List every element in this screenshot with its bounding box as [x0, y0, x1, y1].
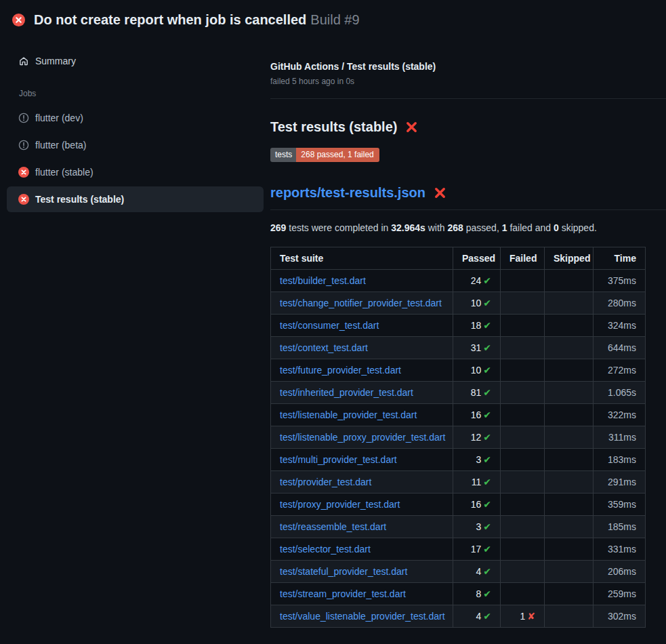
- failure-circle-icon: [12, 14, 25, 26]
- jobs-section-label: Jobs: [19, 89, 270, 98]
- skipped-count: [545, 605, 594, 628]
- check-icon: ✔: [483, 499, 491, 510]
- test-suite-link[interactable]: test/builder_test.dart: [280, 275, 366, 286]
- check-icon: ✔: [483, 432, 491, 443]
- passed-count: 12: [471, 432, 482, 443]
- check-icon: ✔: [483, 544, 491, 555]
- section-heading: Test results (stable): [270, 117, 666, 137]
- skipped-count: [545, 494, 594, 516]
- test-suite-link[interactable]: test/context_test.dart: [280, 342, 368, 353]
- passed-count: 4: [476, 566, 481, 577]
- time-value: 302ms: [594, 605, 646, 628]
- summary-passed: 268: [448, 222, 463, 233]
- passed-count: 31: [471, 342, 482, 353]
- test-suite-link[interactable]: test/stream_provider_test.dart: [280, 588, 406, 599]
- passed-count: 11: [472, 477, 482, 487]
- check-icon: ✔: [483, 298, 491, 308]
- home-icon: [18, 56, 29, 66]
- passed-count: 81: [471, 387, 482, 398]
- skipped-count: [545, 292, 594, 315]
- job-label: flutter (stable): [35, 167, 93, 178]
- report-failed-x-icon: [434, 186, 446, 199]
- test-suite-link[interactable]: test/inherited_provider_test.dart: [280, 387, 413, 398]
- time-value: 324ms: [594, 315, 646, 337]
- col-passed: Passed: [453, 247, 501, 270]
- time-value: 206ms: [594, 561, 646, 583]
- table-row: test/change_notifier_provider_test.dart …: [271, 292, 646, 315]
- test-results-table: Test suite Passed Failed Skipped Time te…: [270, 247, 646, 628]
- sidebar-job-item[interactable]: flutter (stable): [7, 159, 264, 185]
- table-row: test/future_provider_test.dart 10✔ 272ms: [271, 359, 646, 382]
- tests-status-badge[interactable]: tests 268 passed, 1 failed: [270, 148, 379, 162]
- test-suite-link[interactable]: test/value_listenable_provider_test.dart: [280, 611, 445, 622]
- test-suite-link[interactable]: test/multi_provider_test.dart: [280, 454, 397, 465]
- test-suite-link[interactable]: test/change_notifier_provider_test.dart: [280, 298, 442, 308]
- build-number: Build #9: [310, 12, 359, 27]
- report-file-link[interactable]: reports/test-results.json: [270, 182, 425, 203]
- failed-status-icon: [18, 167, 29, 178]
- time-value: 272ms: [594, 359, 646, 382]
- breadcrumb: GitHub Actions / Test results (stable): [270, 60, 666, 73]
- sidebar-job-item[interactable]: flutter (dev): [7, 105, 264, 131]
- table-row: test/inherited_provider_test.dart 81✔ 1.…: [271, 382, 646, 404]
- skipped-count: [545, 404, 594, 426]
- check-icon: ✔: [483, 477, 491, 487]
- failed-x-icon: [405, 121, 418, 134]
- neutral-status-icon: [18, 140, 29, 150]
- test-suite-link[interactable]: test/provider_test.dart: [280, 477, 371, 487]
- time-value: 291ms: [594, 471, 646, 494]
- table-row: test/builder_test.dart 24✔ 375ms: [271, 270, 646, 292]
- test-suite-link[interactable]: test/proxy_provider_test.dart: [280, 499, 400, 510]
- time-value: 280ms: [594, 292, 646, 315]
- passed-count: 17: [471, 544, 482, 555]
- page-title: Do not create report when job is cancell…: [34, 12, 306, 27]
- skipped-count: [545, 359, 594, 382]
- summary-failed: 1: [502, 222, 507, 233]
- check-icon: ✔: [483, 365, 491, 376]
- summary-skipped: 0: [554, 222, 559, 233]
- test-table-body: test/builder_test.dart 24✔ 375ms test/ch…: [271, 270, 646, 628]
- skipped-count: [545, 315, 594, 337]
- check-icon: ✔: [483, 387, 491, 398]
- time-value: 644ms: [594, 337, 646, 359]
- badge-value: 268 passed, 1 failed: [296, 148, 379, 162]
- sidebar-job-item[interactable]: flutter (beta): [7, 132, 264, 158]
- table-row: test/selector_test.dart 17✔ 331ms: [271, 538, 646, 561]
- check-icon: ✔: [483, 521, 491, 532]
- check-icon: ✔: [483, 409, 491, 420]
- test-suite-link[interactable]: test/selector_test.dart: [280, 544, 371, 555]
- table-row: test/stream_provider_test.dart 8✔ 259ms: [271, 583, 646, 605]
- skipped-count: [545, 449, 594, 471]
- table-row: test/context_test.dart 31✔ 644ms: [271, 337, 646, 359]
- check-icon: ✔: [483, 342, 491, 353]
- summary-time: 32.964s: [391, 222, 425, 233]
- test-suite-link[interactable]: test/stateful_provider_test.dart: [280, 566, 407, 577]
- sidebar-job-item[interactable]: Test results (stable): [7, 186, 264, 212]
- skipped-count: [545, 337, 594, 359]
- jobs-list: flutter (dev) flutter (beta) flutter (st…: [0, 105, 270, 212]
- table-row: test/consumer_test.dart 18✔ 324ms: [271, 315, 646, 337]
- table-row: test/multi_provider_test.dart 3✔ 183ms: [271, 449, 646, 471]
- sidebar-item-summary[interactable]: Summary: [7, 52, 264, 71]
- test-suite-link[interactable]: test/future_provider_test.dart: [280, 365, 401, 376]
- test-suite-link[interactable]: test/consumer_test.dart: [280, 320, 379, 331]
- time-value: 322ms: [594, 404, 646, 426]
- passed-count: 8: [476, 588, 481, 599]
- col-skipped: Skipped: [545, 247, 594, 270]
- table-row: test/value_listenable_provider_test.dart…: [271, 605, 646, 628]
- test-suite-link[interactable]: test/listenable_provider_test.dart: [280, 409, 417, 420]
- skipped-count: [545, 583, 594, 605]
- passed-count: 3: [476, 521, 481, 532]
- check-icon: ✔: [483, 611, 491, 622]
- passed-count: 10: [471, 298, 482, 308]
- skipped-count: [545, 426, 594, 449]
- passed-count: 10: [471, 365, 482, 376]
- table-header-row: Test suite Passed Failed Skipped Time: [271, 247, 646, 270]
- test-suite-link[interactable]: test/reassemble_test.dart: [280, 521, 386, 532]
- failed-status-icon: [18, 194, 29, 205]
- time-value: 375ms: [594, 270, 646, 292]
- passed-count: 3: [476, 454, 481, 465]
- passed-count: 24: [471, 275, 482, 286]
- test-suite-link[interactable]: test/listenable_proxy_provider_test.dart: [280, 432, 445, 443]
- skipped-count: [545, 471, 594, 494]
